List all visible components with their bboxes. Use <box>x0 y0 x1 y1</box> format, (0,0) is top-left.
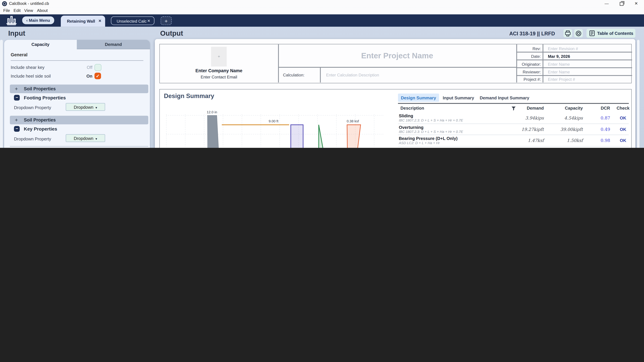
divider <box>398 103 629 104</box>
reviewer-field[interactable]: Enter Name <box>548 70 570 74</box>
close-button[interactable]: ✕ <box>630 0 642 7</box>
originator-label: Originator: <box>518 62 541 66</box>
tab-capacity[interactable]: Capacity <box>4 40 77 49</box>
table-border <box>320 67 321 83</box>
tab-design-summary[interactable]: Design Summary <box>398 93 439 102</box>
retaining-wall-diagram: 12.0 in 9.00 ft 10.0 ft 2.00 ft 2.00 ft … <box>164 102 386 148</box>
table-border <box>516 75 632 76</box>
project-number-field[interactable]: Enter Project # <box>548 77 575 82</box>
design-summary-title: Design Summary <box>164 92 214 99</box>
collapse-key-properties[interactable]: − <box>14 126 20 132</box>
tab-close-icon[interactable]: ✕ <box>147 17 150 25</box>
load-combination: IBC 1807.2.3: D + L + S + Ha + Hr + 0.7E <box>399 130 463 134</box>
capacity-value: 4.54kips <box>550 115 583 120</box>
company-name-field[interactable]: Enter Company Name <box>160 68 278 73</box>
calculation-label: Calculation: <box>283 72 318 77</box>
table-row: Bearing Pressure (Total) ASD LC8: D + 0.… <box>398 146 629 148</box>
menu-file[interactable]: File <box>3 8 10 13</box>
menu-view[interactable]: View <box>24 8 33 13</box>
calculation-description-field[interactable]: Enter Calculation Description <box>326 72 379 77</box>
key-properties-label: Key Properties <box>24 126 57 131</box>
maximize-icon <box>620 2 623 6</box>
col-dcr: DCR <box>595 105 616 110</box>
footing-dropdown[interactable]: Dropdown▾ <box>66 103 105 111</box>
check-name: Bearing Pressure (D+L Only) <box>399 136 458 141</box>
date-field[interactable]: Mar 9, 2026 <box>548 54 570 59</box>
col-capacity: Capacity <box>550 105 583 110</box>
output-scrollbar[interactable] <box>637 40 640 148</box>
menu-about[interactable]: About <box>37 8 48 13</box>
tab-unselected-calc[interactable]: Unselected Calc ✕ <box>111 16 154 25</box>
dropdown-property-label: Dropdown Property <box>14 105 51 110</box>
maximize-button[interactable] <box>615 0 628 7</box>
shear-key-label: Include shear key <box>11 65 44 70</box>
dcr-value: 0.98 <box>595 138 616 143</box>
shear-key-checkbox[interactable] <box>94 64 102 71</box>
tab-bar: ‹ Main Menu Retaining Wall ✕ Unselected … <box>0 14 644 27</box>
check-icon: ✓ <box>96 73 100 78</box>
tab-label: Unselected Calc <box>117 19 146 23</box>
dropdown-value: Dropdown <box>74 136 94 141</box>
rev-field[interactable]: Enter Revision # <box>548 46 578 51</box>
section-soil-properties-2[interactable]: + Soil Properties <box>10 116 148 124</box>
title-bar: CalcBook - untitled.cb — ✕ <box>0 0 644 7</box>
divider <box>10 146 148 146</box>
originator-field[interactable]: Enter Name <box>548 62 570 66</box>
table-border <box>516 59 632 60</box>
project-number-label: Project #: <box>518 77 541 82</box>
table-border <box>516 44 517 82</box>
check-status: OK <box>615 127 629 132</box>
output-report: + Enter Company Name Enter Contact Email… <box>155 39 635 148</box>
collapse-footing-properties[interactable]: − <box>14 95 20 100</box>
key-dropdown[interactable]: Dropdown▾ <box>66 134 105 142</box>
caret-down-icon: ▾ <box>96 106 97 110</box>
scrollbar-thumb[interactable] <box>637 40 640 148</box>
check-name: Sliding <box>399 113 413 118</box>
dim-retained-height: 9.00 ft <box>269 119 278 123</box>
heel-soil-checkbox[interactable]: ✓ <box>94 72 101 79</box>
minimize-button[interactable]: — <box>600 0 613 7</box>
menu-edit[interactable]: Edit <box>14 8 21 13</box>
section-soil-properties-1[interactable]: + Soil Properties <box>10 84 148 93</box>
input-scrollbar[interactable] <box>0 40 3 148</box>
check-name: Bearing Pressure (Total) <box>399 147 448 148</box>
output-panel-title: Output <box>160 29 183 38</box>
tab-demand-input-summary[interactable]: Demand Input Summary <box>477 93 532 102</box>
section-label: Soil Properties <box>24 84 56 93</box>
active-pressure-shape <box>319 125 336 148</box>
tab-demand[interactable]: Demand <box>77 40 150 49</box>
check-name: Overturning <box>399 124 424 129</box>
main-menu-label: Main Menu <box>29 18 50 23</box>
table-border <box>278 67 517 67</box>
table-of-contents-button[interactable]: Table of Contents <box>586 29 635 38</box>
check-status: OK <box>615 115 629 120</box>
dcr-value: 0.87 <box>595 115 616 120</box>
main-menu-button[interactable]: ‹ Main Menu <box>22 16 54 24</box>
section-label: Soil Properties <box>24 116 56 124</box>
table-row: Sliding IBC 1807.2.3: D + L + S + Ha + H… <box>398 112 629 124</box>
tab-input-summary[interactable]: Input Summary <box>440 93 477 102</box>
tab-close-icon[interactable]: ✕ <box>98 15 101 27</box>
caret-down-icon: ▾ <box>96 137 97 141</box>
app-icon <box>2 1 7 6</box>
project-header-table: + Enter Company Name Enter Contact Email… <box>159 44 632 83</box>
input-panel: Capacity Demand General Include shear ke… <box>4 40 150 148</box>
date-label: Date: <box>518 54 541 59</box>
company-logo-placeholder[interactable]: + <box>211 47 227 66</box>
reviewer-label: Reviewer: <box>518 70 541 74</box>
add-tab-button[interactable]: + <box>161 16 172 25</box>
table-border <box>516 67 632 68</box>
contact-email-field[interactable]: Enter Contact Email <box>160 75 278 79</box>
dropdown-property-label: Dropdown Property <box>14 136 51 141</box>
demand-value: 1.47ksf <box>511 138 544 143</box>
target-button[interactable] <box>574 29 583 37</box>
table-row: Overturning IBC 1807.2.3: D + L + S + Ha… <box>398 124 629 135</box>
project-name-field[interactable]: Enter Project Name <box>278 44 516 67</box>
print-button[interactable] <box>564 29 572 37</box>
rev-label: Rev: <box>518 46 541 51</box>
tab-retaining-wall[interactable]: Retaining Wall ✕ <box>61 15 105 27</box>
dropdown-value: Dropdown <box>74 105 94 109</box>
table-of-contents-label: Table of Contents <box>597 31 633 36</box>
table-border <box>516 52 632 52</box>
input-panel-title: Input <box>8 29 25 38</box>
